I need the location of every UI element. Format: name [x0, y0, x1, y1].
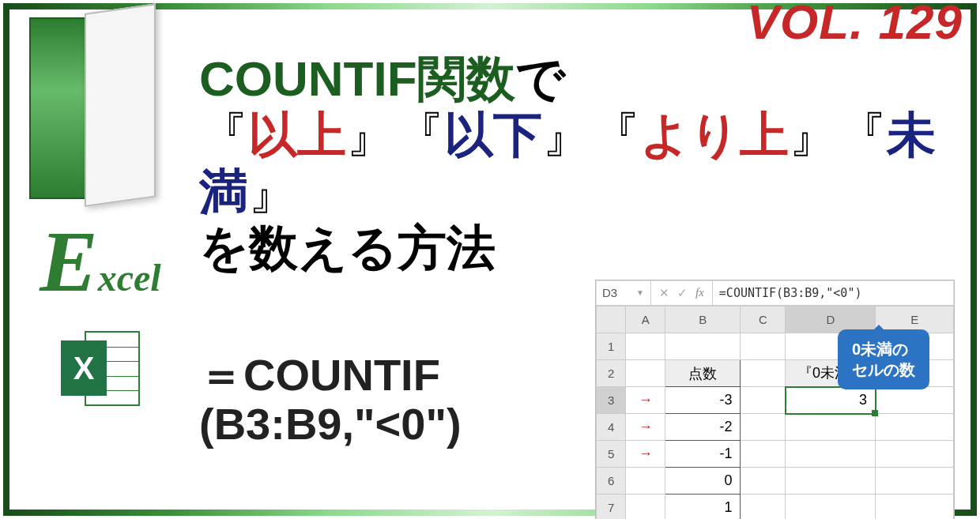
- cell[interactable]: [626, 468, 665, 495]
- headline-tail: を数える方法: [199, 220, 955, 276]
- select-all-corner[interactable]: [597, 307, 626, 333]
- cell[interactable]: [626, 495, 665, 519]
- cell[interactable]: [876, 387, 954, 414]
- cell-value[interactable]: 0: [665, 468, 741, 495]
- cell-value[interactable]: -3: [665, 387, 741, 414]
- cell[interactable]: [665, 333, 741, 360]
- cell[interactable]: [786, 495, 876, 519]
- callout-tooltip: 0未満の セルの数: [838, 329, 929, 389]
- cell-value[interactable]: -1: [665, 441, 741, 468]
- callout-line2: セルの数: [852, 359, 915, 380]
- check-icon[interactable]: ✓: [677, 286, 688, 300]
- arrow-icon: →: [626, 441, 665, 468]
- logo-e: E: [40, 213, 97, 310]
- row-header[interactable]: 2: [597, 360, 626, 387]
- cell[interactable]: [741, 441, 786, 468]
- cell[interactable]: [626, 360, 665, 387]
- col-header-a[interactable]: A: [626, 307, 665, 333]
- cell[interactable]: [741, 468, 786, 495]
- thumbnail-frame: Excel X VOL. 129 COUNTIF関数で 以上以下より上未満 を数…: [3, 3, 977, 516]
- header-score[interactable]: 点数: [665, 360, 741, 387]
- headline-suffix: で: [515, 51, 565, 106]
- volume-label: VOL. 129: [747, 0, 963, 50]
- logo-rest: xcel: [98, 257, 161, 299]
- cell[interactable]: [786, 441, 876, 468]
- cell[interactable]: [876, 495, 954, 519]
- fx-icon[interactable]: fx: [695, 286, 704, 299]
- headline-function: COUNTIF関数: [199, 51, 515, 106]
- row-header[interactable]: 5: [597, 441, 626, 468]
- arrow-icon: →: [626, 387, 665, 414]
- cell[interactable]: [786, 468, 876, 495]
- callout-line1: 0未満の: [852, 339, 915, 359]
- cell-value[interactable]: -2: [665, 414, 741, 441]
- spreadsheet-preview: D3 ▼ ✕ ✓ fx =COUNTIF(B3:B9,"<0"): [595, 280, 955, 519]
- cell[interactable]: [876, 441, 954, 468]
- keyword-yoriue: より上: [591, 107, 838, 162]
- cell[interactable]: [876, 414, 954, 441]
- cell[interactable]: [741, 333, 786, 360]
- row-header[interactable]: 7: [597, 495, 626, 519]
- formula-line1: ＝COUNTIF: [199, 351, 462, 400]
- cell[interactable]: [741, 495, 786, 519]
- cell[interactable]: [741, 360, 786, 387]
- keyword-ika: 以下: [395, 107, 591, 162]
- excel-app-icon: X: [61, 331, 140, 406]
- row-header[interactable]: 1: [597, 333, 626, 360]
- excel-icon-x: X: [61, 340, 107, 396]
- excel-wordmark: Excel: [40, 227, 160, 299]
- name-box-value: D3: [602, 286, 617, 299]
- formula-bar-text[interactable]: =COUNTIF(B3:B9,"<0"): [713, 280, 954, 305]
- col-header-c[interactable]: C: [741, 307, 786, 333]
- row-header[interactable]: 3: [597, 387, 626, 414]
- chevron-down-icon: ▼: [636, 288, 644, 297]
- cancel-icon[interactable]: ✕: [659, 286, 669, 300]
- cell[interactable]: [626, 333, 665, 360]
- headline: COUNTIF関数で 以上以下より上未満 を数える方法: [199, 51, 955, 276]
- cell-value[interactable]: 1: [665, 495, 741, 519]
- formula-bar-icons: ✕ ✓ fx: [651, 280, 713, 305]
- formula-bar: D3 ▼ ✕ ✓ fx =COUNTIF(B3:B9,"<0"): [596, 280, 954, 306]
- name-box[interactable]: D3 ▼: [596, 280, 651, 305]
- keyword-ijou: 以上: [199, 107, 395, 162]
- col-header-b[interactable]: B: [665, 307, 741, 333]
- row-header[interactable]: 6: [597, 468, 626, 495]
- cell[interactable]: [786, 414, 876, 441]
- cell[interactable]: [741, 387, 786, 414]
- door-graphic: [29, 17, 172, 203]
- main-content: VOL. 129 COUNTIF関数で 以上以下より上未満 を数える方法 ＝CO…: [191, 9, 971, 510]
- formula-display: ＝COUNTIF (B3:B9,"<0"): [199, 351, 462, 519]
- cell[interactable]: [876, 468, 954, 495]
- arrow-icon: →: [626, 414, 665, 441]
- formula-line2: (B3:B9,"<0"): [199, 400, 462, 449]
- selected-cell[interactable]: 3: [786, 387, 876, 414]
- sidebar: Excel X: [9, 9, 191, 510]
- cell[interactable]: [741, 414, 786, 441]
- row-header[interactable]: 4: [597, 414, 626, 441]
